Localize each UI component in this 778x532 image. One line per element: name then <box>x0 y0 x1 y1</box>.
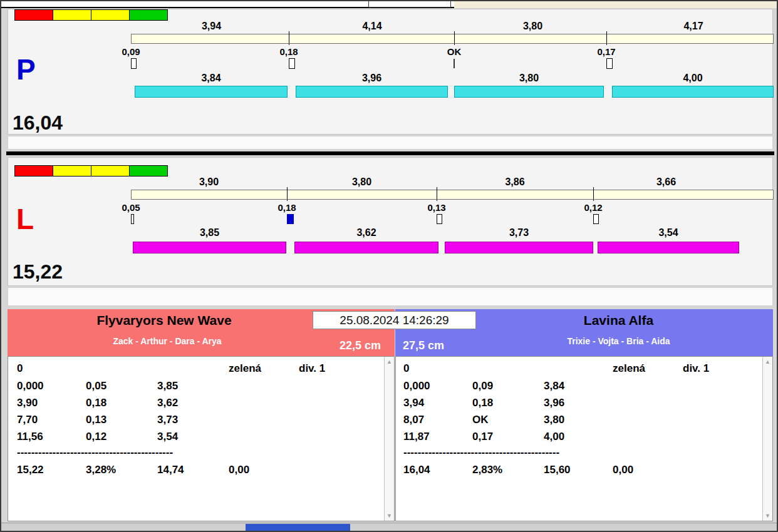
result-cell: 3,73 <box>157 414 178 426</box>
lane-label-l: L <box>16 205 34 233</box>
result-cell: 0,05 <box>86 380 106 392</box>
traffic-light-indicator-l <box>15 165 168 176</box>
split-time-label: 3,66 <box>593 176 739 188</box>
result-cell: 11,87 <box>403 431 430 443</box>
status-bar <box>1 523 778 532</box>
change-time-label: 0,05 <box>106 202 156 213</box>
split-time-label: 3,80 <box>287 176 437 188</box>
result-cell: 3,54 <box>157 431 178 443</box>
leg-time-label: 3,73 <box>445 227 593 238</box>
result-cell: 3,62 <box>157 397 178 409</box>
result-summary-cell: 15,22 <box>17 464 44 476</box>
traffic-segment-yellow <box>53 9 91 21</box>
scrollbar[interactable]: ▲ ▼ <box>384 357 394 521</box>
traffic-segment-red <box>14 9 53 21</box>
top-window-strip-right <box>454 1 778 8</box>
scroll-up-button[interactable]: ▲ <box>763 357 772 367</box>
change-time-label: 0,13 <box>412 202 462 213</box>
result-cell: 4,00 <box>544 431 564 443</box>
result-cell: 0,18 <box>86 397 106 409</box>
result-summary-cell: 16,04 <box>403 464 430 476</box>
leg-time-label: 4,00 <box>612 73 774 84</box>
split-tick <box>287 187 288 201</box>
change-marker <box>606 58 613 69</box>
lane-divider <box>6 151 774 155</box>
traffic-segment-green <box>129 165 168 176</box>
split-tick <box>606 31 607 45</box>
leg-time-bar <box>598 242 739 253</box>
split-timeline-bar-l <box>131 190 774 200</box>
change-marker <box>437 214 442 224</box>
leg-time-label: 3,80 <box>454 73 604 84</box>
leg-time-bar <box>135 86 288 98</box>
datetime-display: 25.08.2024 14:26:29 <box>313 311 476 329</box>
jump-height: 27,5 cm <box>403 339 444 352</box>
traffic-segment-green <box>129 9 168 21</box>
result-cell: 0,12 <box>86 431 106 443</box>
leg-time-bar <box>296 86 448 98</box>
leg-time-bar <box>612 86 774 98</box>
change-marker <box>289 58 295 69</box>
empty-row-strip <box>8 136 773 150</box>
traffic-segment-yellow <box>91 9 130 21</box>
team-name: Lavina Alfa <box>464 313 773 328</box>
scroll-up-button[interactable]: ▲ <box>385 357 394 367</box>
team-members: Trixie - Vojta - Bria - Aida <box>464 336 773 346</box>
empty-row-strip <box>8 287 773 306</box>
team-members: Zack - Arthur - Dara - Arya <box>8 336 327 346</box>
result-cell: 3,85 <box>157 380 178 392</box>
leg-time-label: 3,54 <box>598 227 739 238</box>
split-tick <box>593 187 594 201</box>
status-progress-bar <box>246 524 350 531</box>
result-list-right[interactable]: 0 zelená div. 1 0,000 0,09 3,84 3,94 0,1… <box>395 356 773 521</box>
change-time-label: 0,12 <box>568 202 618 213</box>
change-marker <box>131 214 134 224</box>
change-time-label: 0,09 <box>106 46 156 57</box>
result-cell: 7,70 <box>17 414 38 426</box>
traffic-light-indicator-p <box>15 9 168 21</box>
change-time-label: 0,18 <box>262 202 312 213</box>
top-tab[interactable] <box>368 1 451 8</box>
result-flag: 0 <box>17 362 23 375</box>
jump-height: 22,5 cm <box>340 339 381 352</box>
result-summary-cell: 3,28% <box>86 464 116 476</box>
team-name: Flyvaryors New Wave <box>8 313 321 328</box>
change-marker-filled <box>287 214 294 224</box>
result-summary-cell: 2,83% <box>472 464 502 476</box>
result-flag: 0 <box>403 362 409 375</box>
traffic-segment-red <box>14 165 53 176</box>
scroll-down-button[interactable]: ▼ <box>385 511 394 521</box>
leg-time-label: 3,85 <box>133 227 286 238</box>
result-separator: ----------------------------------------… <box>403 446 559 459</box>
lane-total-time-p: 16,04 <box>13 111 63 135</box>
result-list-left[interactable]: 0 zelená div. 1 0,000 0,05 3,85 3,90 0,1… <box>8 356 395 521</box>
result-division: div. 1 <box>683 362 709 375</box>
split-timeline-bar-p <box>131 34 774 44</box>
result-cell: OK <box>472 414 489 426</box>
change-marker <box>131 58 137 69</box>
result-cell: 3,84 <box>544 380 564 392</box>
change-time-label: OK <box>429 46 479 57</box>
result-cell: 3,80 <box>544 414 564 426</box>
split-time-label: 3,90 <box>131 176 287 188</box>
traffic-segment-yellow <box>91 165 130 176</box>
result-cell: 0,18 <box>472 397 493 409</box>
result-cell: 0,13 <box>86 414 106 426</box>
scroll-down-button[interactable]: ▼ <box>763 511 772 521</box>
split-tick <box>289 31 289 45</box>
leg-time-label: 3,62 <box>294 227 438 238</box>
result-cell: 3,94 <box>403 397 424 409</box>
scrollbar[interactable]: ▲ ▼ <box>762 357 772 521</box>
leg-time-bar <box>133 242 286 253</box>
result-cell: 0,09 <box>472 380 493 392</box>
change-marker-ok <box>454 59 455 68</box>
result-separator: ----------------------------------------… <box>17 446 173 459</box>
split-time-label: 4,14 <box>292 21 452 32</box>
lane-label-p: P <box>16 55 36 84</box>
leg-time-bar <box>454 86 604 98</box>
split-tick <box>454 31 455 45</box>
result-cell: 0,000 <box>403 380 430 392</box>
app-window: P 3,94 4,14 3,80 4,17 0,09 0,18 OK 0,17 … <box>0 0 778 532</box>
change-time-label: 0,17 <box>581 46 631 57</box>
result-summary-cell: 14,74 <box>157 464 184 476</box>
